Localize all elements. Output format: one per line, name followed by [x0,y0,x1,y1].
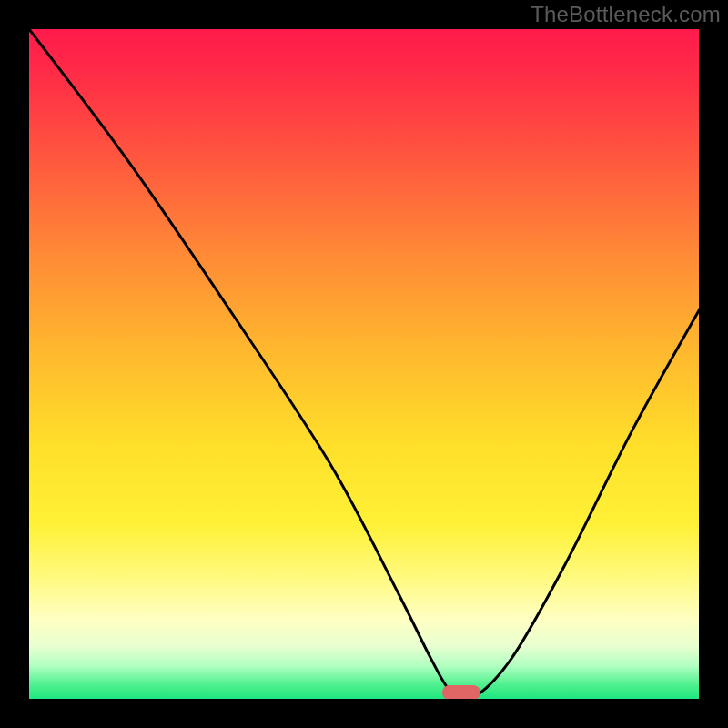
plot-area [29,29,699,699]
chart-frame: TheBottleneck.com [0,0,728,728]
watermark-text: TheBottleneck.com [531,2,721,27]
bottleneck-curve [29,29,699,699]
optimal-marker [442,685,480,699]
